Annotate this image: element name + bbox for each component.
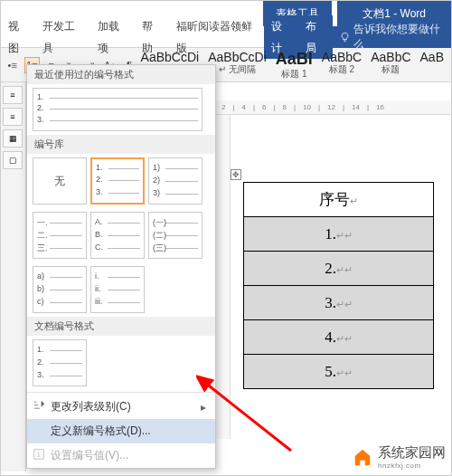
number-thumb-recent-1[interactable]	[33, 88, 202, 131]
number-thumb-lower-alpha[interactable]	[33, 266, 87, 313]
style-heading2[interactable]: AaBbC 标题 2	[322, 51, 362, 79]
table-row[interactable]: 3.↵↵	[244, 286, 434, 320]
left-ribbon-collapsed: ≡ ≡ ▦ ▢	[1, 82, 26, 471]
number-thumb-chinese-paren[interactable]	[148, 212, 202, 259]
style-title[interactable]: AaBbC 标题	[371, 51, 410, 79]
bulb-icon	[340, 32, 350, 43]
number-thumb-none[interactable]: 无	[33, 157, 87, 205]
watermark-name: 系统家园网	[378, 444, 446, 460]
watermark-logo-icon	[353, 447, 372, 467]
header-cell-text: 序号	[319, 191, 350, 208]
tell-me-search[interactable]: 告诉我你想要做什么	[333, 26, 451, 48]
table-row[interactable]: 2.↵↵	[244, 252, 434, 286]
menu-set-number-value[interactable]: 1 设置编号值(V)...	[27, 443, 215, 468]
number-thumb-lower-roman[interactable]	[90, 266, 145, 313]
table-row[interactable]: 5.↵↵	[244, 355, 434, 389]
menu-change-list-level[interactable]: 更改列表级别(C)	[27, 395, 215, 419]
align-center-icon[interactable]: ≡	[3, 108, 23, 126]
menu-define-new-number-format[interactable]: 定义新编号格式(D)...	[27, 419, 215, 443]
table-header-row[interactable]: 序号↵	[244, 183, 434, 217]
watermark: 系统家园网 hnzkfxj.com	[353, 444, 446, 470]
number-thumb-upper-alpha[interactable]	[90, 212, 145, 259]
number-thumb-chinese[interactable]	[33, 212, 87, 259]
set-value-icon: 1	[33, 448, 45, 461]
number-thumb-decimal-dot[interactable]	[90, 157, 145, 205]
style-more[interactable]: AaB	[420, 51, 444, 79]
horizontal-ruler[interactable]: 2| 4| 6| 8| 10| 12| 14| 16	[216, 100, 451, 115]
number-thumb-decimal-paren[interactable]	[148, 157, 202, 205]
table-row[interactable]: 4.↵↵	[244, 320, 434, 355]
paragraph-mark-icon: ↵	[350, 195, 358, 206]
gallery-section-recent: 最近使用过的编号格式	[27, 65, 215, 84]
vertical-ruler[interactable]	[216, 115, 231, 439]
borders-icon[interactable]: ▢	[3, 151, 23, 169]
table-move-handle-icon[interactable]: ✥	[231, 169, 241, 180]
number-thumb-doc-1[interactable]	[33, 339, 87, 386]
style-nospacing[interactable]: AaBbCcDi ↵ 无间隔	[208, 51, 267, 79]
gallery-section-library: 编号库	[27, 135, 215, 154]
numbering-gallery-dropdown: 最近使用过的编号格式 编号库 无	[26, 64, 216, 469]
tab-developer[interactable]: 开发工具	[35, 15, 89, 59]
watermark-url: hnzkfxj.com	[378, 462, 446, 470]
ribbon-tabs: 视图 开发工具 加载项 帮助 福昕阅读器领鲜版 设计 布局 告诉我你想要做什么	[1, 26, 451, 48]
document-canvas[interactable]: ✥ 序号↵ 1.↵↵ 2.↵↵ 3.↵↵ 4.↵↵ 5.↵↵	[231, 115, 451, 439]
list-level-icon	[33, 399, 45, 412]
shading-icon[interactable]: ▦	[3, 129, 23, 148]
tell-me-placeholder: 告诉我你想要做什么	[353, 22, 444, 52]
tab-view[interactable]: 视图	[1, 15, 35, 59]
table-row[interactable]: 1.↵↵	[244, 217, 434, 252]
bullets-button[interactable]: •≡	[5, 57, 21, 73]
gallery-section-docfmt: 文档编号格式	[27, 317, 215, 336]
document-table[interactable]: 序号↵ 1.↵↵ 2.↵↵ 3.↵↵ 4.↵↵ 5.↵↵	[243, 182, 434, 389]
align-left-icon[interactable]: ≡	[3, 86, 23, 104]
style-heading1[interactable]: AaBl 标题 1	[276, 51, 313, 79]
svg-text:1: 1	[36, 451, 40, 459]
tab-addins[interactable]: 加载项	[90, 15, 135, 59]
